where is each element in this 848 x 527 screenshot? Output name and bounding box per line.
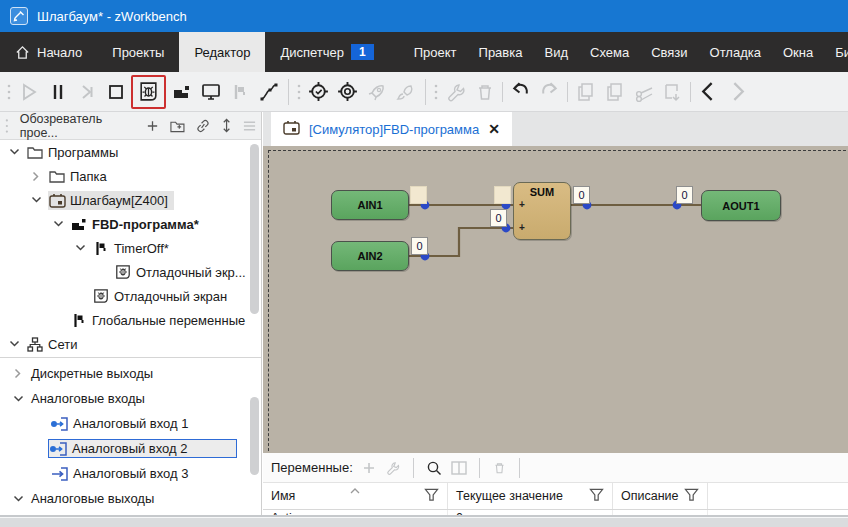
forward-icon[interactable] <box>723 77 752 107</box>
rocket-launch-icon[interactable] <box>391 77 420 107</box>
chevron-right-icon[interactable] <box>10 368 26 379</box>
toolbar-grip[interactable] <box>431 77 441 107</box>
fbd-block-aout1[interactable]: AOUT1 <box>701 190 781 221</box>
search-icon[interactable] <box>426 460 442 476</box>
column-header-name[interactable]: Имя <box>263 483 448 509</box>
tree-item-fbd-program[interactable]: FBD-программа* <box>0 212 261 236</box>
toolbar-grip[interactable] <box>4 77 14 107</box>
menu-links[interactable]: Связи <box>640 32 698 72</box>
menu-icon[interactable] <box>243 120 256 132</box>
io-item-analog-inputs[interactable]: Аналоговые входы <box>0 386 261 411</box>
chevron-down-icon[interactable] <box>6 340 22 348</box>
io-item-analog-outputs[interactable]: Аналоговые выходы <box>0 486 261 511</box>
value-box-sum-in2[interactable]: 0 <box>490 209 507 227</box>
chevron-down-icon[interactable] <box>10 395 26 403</box>
chevron-down-icon[interactable] <box>10 495 26 503</box>
ribbon-tab-editor[interactable]: Редактор <box>179 32 265 72</box>
tree-item-programs[interactable]: Программы <box>0 140 261 164</box>
trash-icon[interactable] <box>470 77 499 107</box>
expand-collapse-icon[interactable] <box>221 118 232 133</box>
filter-icon[interactable] <box>589 488 604 505</box>
add-icon[interactable] <box>146 119 159 133</box>
chevron-down-icon[interactable] <box>72 244 88 252</box>
panel-grip[interactable] <box>5 118 9 134</box>
menu-scheme[interactable]: Схема <box>579 32 640 72</box>
wrench-icon[interactable] <box>441 77 470 107</box>
wrench-icon[interactable] <box>385 460 401 476</box>
undo-icon[interactable] <box>506 77 535 107</box>
folder-icon <box>48 170 66 183</box>
pause-icon[interactable] <box>43 77 72 107</box>
menu-debug[interactable]: Отладка <box>699 32 772 72</box>
fbd-editor-icon[interactable] <box>167 77 196 107</box>
variables-icon[interactable] <box>225 77 254 107</box>
stop-icon[interactable] <box>101 77 130 107</box>
step-icon[interactable] <box>72 77 101 107</box>
redo-icon[interactable] <box>535 77 564 107</box>
menu-view[interactable]: Вид <box>533 32 579 72</box>
column-header-description[interactable]: Описание <box>613 483 708 509</box>
tree-item-debug-screen-2[interactable]: Отладочный экран <box>0 284 261 308</box>
value-box-sum-out[interactable]: 0 <box>573 186 590 204</box>
ribbon-tab-dispatcher[interactable]: Диспетчер 1 <box>265 32 388 72</box>
rocket-icon[interactable] <box>362 77 391 107</box>
io-item-analog-input-2[interactable]: Аналоговый вход 2 <box>0 436 261 461</box>
variables-toolbar: Переменные: <box>263 453 848 483</box>
io-item-partial[interactable] <box>0 511 261 516</box>
chevron-down-icon[interactable] <box>28 196 44 204</box>
ribbon-tab-home[interactable]: Начало <box>0 32 97 72</box>
toolbar-grip[interactable] <box>294 77 304 107</box>
ribbon-tab-projects[interactable]: Проекты <box>97 32 179 72</box>
io-item-analog-input-1[interactable]: Аналоговый вход 1 <box>0 411 261 436</box>
new-folder-icon[interactable] <box>170 119 185 133</box>
tree-item-debug-screen-1[interactable]: Отладочный экр... <box>0 260 261 284</box>
value-box-ain2-out[interactable]: 0 <box>411 237 428 255</box>
filter-icon[interactable] <box>684 488 699 505</box>
left-sidebar: Обозреватель прое... Программы Папка Шла… <box>0 112 262 517</box>
value-box-ain1-out[interactable] <box>410 186 427 204</box>
copy-icon[interactable] <box>571 77 600 107</box>
io-item-discrete-outputs[interactable]: Дискретные выходы <box>0 361 261 386</box>
debug-screen-icon[interactable] <box>134 77 163 107</box>
tree-item-global-variables[interactable]: Глобальные переменные <box>0 308 261 332</box>
io-item-analog-input-3[interactable]: Аналоговый вход 3 <box>0 461 261 486</box>
menu-edit[interactable]: Правка <box>468 32 534 72</box>
add-icon[interactable] <box>362 461 376 475</box>
columns-icon[interactable] <box>451 461 467 475</box>
filter-icon[interactable] <box>424 488 439 505</box>
fbd-block-ain1[interactable]: AIN1 <box>331 190 409 220</box>
menu-project[interactable]: Проект <box>403 32 468 72</box>
tab-fbd-program[interactable]: [Симулятор]FBD-программа ✕ <box>271 112 512 146</box>
close-icon[interactable]: ✕ <box>488 121 500 137</box>
target-check-icon[interactable] <box>304 77 333 107</box>
tree-item-device[interactable]: Шлагбаум[Z400] <box>0 188 261 212</box>
duplicate-icon[interactable] <box>600 77 629 107</box>
target-icon[interactable] <box>333 77 362 107</box>
tree-item-timeroff[interactable]: TimerOff* <box>0 236 261 260</box>
fbd-block-ain2[interactable]: AIN2 <box>331 241 409 271</box>
paste-icon[interactable] <box>658 77 687 107</box>
display-icon[interactable] <box>196 77 225 107</box>
fbd-block-sum[interactable]: SUM + + <box>513 182 571 240</box>
fbd-canvas[interactable]: AIN1 AIN2 SUM + + AOUT1 0 0 0 0 <box>263 146 848 453</box>
back-icon[interactable] <box>694 77 723 107</box>
cut-icon[interactable] <box>629 77 658 107</box>
menu-windows[interactable]: Окна <box>772 32 824 72</box>
io-scrollbar-thumb[interactable] <box>250 397 259 475</box>
value-box-aout1-in[interactable]: 0 <box>676 186 693 204</box>
tree-scrollbar-thumb[interactable] <box>250 144 259 314</box>
chevron-down-icon[interactable] <box>6 148 22 156</box>
toolbar-separator <box>502 82 503 102</box>
trend-icon[interactable] <box>254 77 283 107</box>
value-box-sum-in1[interactable] <box>494 186 511 204</box>
tree-item-folder[interactable]: Папка <box>0 164 261 188</box>
column-header-value[interactable]: Текущее значение <box>448 483 613 509</box>
menu-library[interactable]: Библиотека <box>824 32 848 72</box>
trash-icon[interactable] <box>492 460 507 476</box>
run-icon[interactable] <box>14 77 43 107</box>
chevron-down-icon[interactable] <box>50 220 66 228</box>
link-icon[interactable] <box>196 119 210 133</box>
tree-item-networks[interactable]: Сети <box>0 332 261 356</box>
variables-icon <box>70 313 88 328</box>
chevron-right-icon[interactable] <box>28 171 44 182</box>
